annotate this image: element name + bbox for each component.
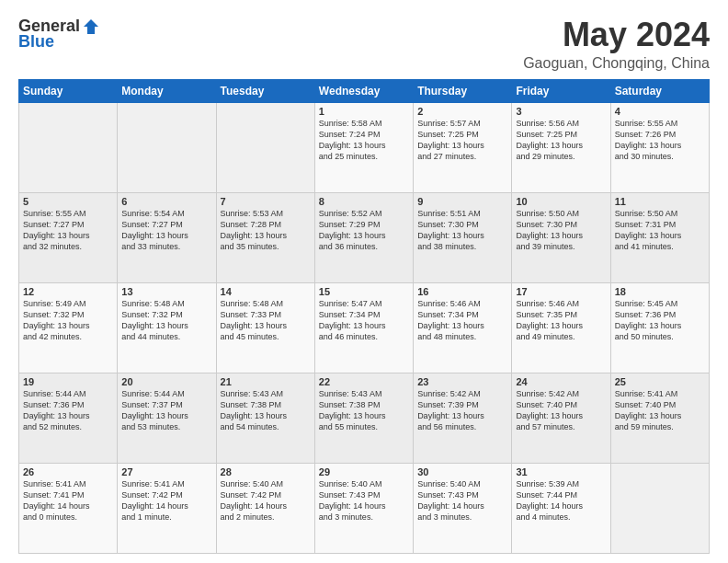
- day-cell: 24Sunrise: 5:42 AM Sunset: 7:40 PM Dayli…: [512, 373, 610, 463]
- calendar-header: Sunday Monday Tuesday Wednesday Thursday…: [19, 79, 710, 102]
- day-info: Sunrise: 5:40 AM Sunset: 7:43 PM Dayligh…: [417, 478, 507, 523]
- day-cell: 23Sunrise: 5:42 AM Sunset: 7:39 PM Dayli…: [414, 373, 512, 463]
- day-info: Sunrise: 5:39 AM Sunset: 7:44 PM Dayligh…: [516, 478, 606, 523]
- col-sunday: Sunday: [19, 79, 118, 102]
- day-info: Sunrise: 5:52 AM Sunset: 7:29 PM Dayligh…: [319, 208, 409, 253]
- day-info: Sunrise: 5:53 AM Sunset: 7:28 PM Dayligh…: [221, 208, 311, 253]
- day-number: 10: [516, 196, 606, 207]
- day-info: Sunrise: 5:50 AM Sunset: 7:30 PM Dayligh…: [516, 208, 606, 253]
- day-number: 30: [417, 466, 507, 477]
- day-info: Sunrise: 5:41 AM Sunset: 7:42 PM Dayligh…: [121, 478, 211, 523]
- day-cell: 1Sunrise: 5:58 AM Sunset: 7:24 PM Daylig…: [314, 102, 413, 192]
- day-cell: 31Sunrise: 5:39 AM Sunset: 7:44 PM Dayli…: [512, 463, 610, 553]
- week-row-2: 5Sunrise: 5:55 AM Sunset: 7:27 PM Daylig…: [19, 192, 710, 282]
- day-cell: [19, 102, 118, 192]
- day-cell: 13Sunrise: 5:48 AM Sunset: 7:32 PM Dayli…: [118, 282, 216, 373]
- day-cell: 30Sunrise: 5:40 AM Sunset: 7:43 PM Dayli…: [414, 463, 512, 553]
- col-thursday: Thursday: [414, 79, 512, 102]
- header: General Blue May 2024 Gaoguan, Chongqing…: [18, 17, 710, 72]
- calendar-table: Sunday Monday Tuesday Wednesday Thursday…: [18, 79, 710, 554]
- header-row: Sunday Monday Tuesday Wednesday Thursday…: [19, 79, 710, 102]
- day-number: 4: [615, 106, 705, 117]
- col-wednesday: Wednesday: [314, 79, 413, 102]
- day-info: Sunrise: 5:49 AM Sunset: 7:32 PM Dayligh…: [23, 298, 113, 343]
- col-monday: Monday: [118, 79, 216, 102]
- week-row-1: 1Sunrise: 5:58 AM Sunset: 7:24 PM Daylig…: [19, 102, 710, 192]
- day-number: 3: [516, 106, 606, 117]
- day-info: Sunrise: 5:57 AM Sunset: 7:25 PM Dayligh…: [417, 118, 507, 163]
- day-info: Sunrise: 5:44 AM Sunset: 7:37 PM Dayligh…: [121, 388, 211, 433]
- day-cell: 8Sunrise: 5:52 AM Sunset: 7:29 PM Daylig…: [314, 192, 413, 282]
- day-number: 17: [516, 286, 606, 297]
- day-cell: [216, 102, 314, 192]
- day-number: 7: [221, 196, 311, 207]
- logo: General Blue: [18, 17, 100, 52]
- col-friday: Friday: [512, 79, 610, 102]
- day-cell: 28Sunrise: 5:40 AM Sunset: 7:42 PM Dayli…: [216, 463, 314, 553]
- day-number: 20: [121, 376, 211, 387]
- day-info: Sunrise: 5:47 AM Sunset: 7:34 PM Dayligh…: [319, 298, 409, 343]
- col-saturday: Saturday: [610, 79, 709, 102]
- day-number: 26: [23, 466, 113, 477]
- day-number: 5: [23, 196, 113, 207]
- day-number: 22: [319, 376, 409, 387]
- day-number: 31: [516, 466, 606, 477]
- day-number: 9: [417, 196, 507, 207]
- logo-icon: [82, 17, 100, 36]
- week-row-3: 12Sunrise: 5:49 AM Sunset: 7:32 PM Dayli…: [19, 282, 710, 373]
- day-cell: 21Sunrise: 5:43 AM Sunset: 7:38 PM Dayli…: [216, 373, 314, 463]
- calendar-body: 1Sunrise: 5:58 AM Sunset: 7:24 PM Daylig…: [19, 102, 710, 553]
- day-info: Sunrise: 5:55 AM Sunset: 7:27 PM Dayligh…: [23, 208, 113, 253]
- day-cell: 6Sunrise: 5:54 AM Sunset: 7:27 PM Daylig…: [118, 192, 216, 282]
- day-number: 13: [121, 286, 211, 297]
- week-row-5: 26Sunrise: 5:41 AM Sunset: 7:41 PM Dayli…: [19, 463, 710, 553]
- day-number: 6: [121, 196, 211, 207]
- day-info: Sunrise: 5:43 AM Sunset: 7:38 PM Dayligh…: [221, 388, 311, 433]
- day-number: 29: [319, 466, 409, 477]
- day-cell: 3Sunrise: 5:56 AM Sunset: 7:25 PM Daylig…: [512, 102, 610, 192]
- title-block: May 2024 Gaoguan, Chongqing, China: [523, 17, 710, 72]
- day-info: Sunrise: 5:54 AM Sunset: 7:27 PM Dayligh…: [121, 208, 211, 253]
- day-cell: 18Sunrise: 5:45 AM Sunset: 7:36 PM Dayli…: [610, 282, 709, 373]
- day-number: 11: [615, 196, 705, 207]
- day-cell: [118, 102, 216, 192]
- day-info: Sunrise: 5:41 AM Sunset: 7:40 PM Dayligh…: [615, 388, 705, 433]
- day-cell: 29Sunrise: 5:40 AM Sunset: 7:43 PM Dayli…: [314, 463, 413, 553]
- day-cell: 17Sunrise: 5:46 AM Sunset: 7:35 PM Dayli…: [512, 282, 610, 373]
- day-cell: 16Sunrise: 5:46 AM Sunset: 7:34 PM Dayli…: [414, 282, 512, 373]
- day-info: Sunrise: 5:55 AM Sunset: 7:26 PM Dayligh…: [615, 118, 705, 163]
- day-cell: 10Sunrise: 5:50 AM Sunset: 7:30 PM Dayli…: [512, 192, 610, 282]
- location-title: Gaoguan, Chongqing, China: [523, 55, 710, 72]
- day-cell: 26Sunrise: 5:41 AM Sunset: 7:41 PM Dayli…: [19, 463, 118, 553]
- day-number: 19: [23, 376, 113, 387]
- day-number: 28: [221, 466, 311, 477]
- day-number: 8: [319, 196, 409, 207]
- day-number: 24: [516, 376, 606, 387]
- day-cell: 20Sunrise: 5:44 AM Sunset: 7:37 PM Dayli…: [118, 373, 216, 463]
- day-info: Sunrise: 5:41 AM Sunset: 7:41 PM Dayligh…: [23, 478, 113, 523]
- day-cell: 22Sunrise: 5:43 AM Sunset: 7:38 PM Dayli…: [314, 373, 413, 463]
- day-cell: 12Sunrise: 5:49 AM Sunset: 7:32 PM Dayli…: [19, 282, 118, 373]
- day-info: Sunrise: 5:51 AM Sunset: 7:30 PM Dayligh…: [417, 208, 507, 253]
- day-info: Sunrise: 5:40 AM Sunset: 7:43 PM Dayligh…: [319, 478, 409, 523]
- day-cell: 4Sunrise: 5:55 AM Sunset: 7:26 PM Daylig…: [610, 102, 709, 192]
- day-number: 23: [417, 376, 507, 387]
- day-cell: 27Sunrise: 5:41 AM Sunset: 7:42 PM Dayli…: [118, 463, 216, 553]
- day-cell: [610, 463, 709, 553]
- page: General Blue May 2024 Gaoguan, Chongqing…: [0, 0, 728, 563]
- day-number: 1: [319, 106, 409, 117]
- day-info: Sunrise: 5:42 AM Sunset: 7:40 PM Dayligh…: [516, 388, 606, 433]
- day-info: Sunrise: 5:50 AM Sunset: 7:31 PM Dayligh…: [615, 208, 705, 253]
- day-cell: 19Sunrise: 5:44 AM Sunset: 7:36 PM Dayli…: [19, 373, 118, 463]
- day-number: 2: [417, 106, 507, 117]
- logo-blue: Blue: [18, 32, 54, 52]
- day-cell: 14Sunrise: 5:48 AM Sunset: 7:33 PM Dayli…: [216, 282, 314, 373]
- col-tuesday: Tuesday: [216, 79, 314, 102]
- day-cell: 11Sunrise: 5:50 AM Sunset: 7:31 PM Dayli…: [610, 192, 709, 282]
- day-cell: 15Sunrise: 5:47 AM Sunset: 7:34 PM Dayli…: [314, 282, 413, 373]
- day-info: Sunrise: 5:44 AM Sunset: 7:36 PM Dayligh…: [23, 388, 113, 433]
- day-number: 21: [221, 376, 311, 387]
- day-info: Sunrise: 5:46 AM Sunset: 7:35 PM Dayligh…: [516, 298, 606, 343]
- day-cell: 2Sunrise: 5:57 AM Sunset: 7:25 PM Daylig…: [414, 102, 512, 192]
- day-cell: 7Sunrise: 5:53 AM Sunset: 7:28 PM Daylig…: [216, 192, 314, 282]
